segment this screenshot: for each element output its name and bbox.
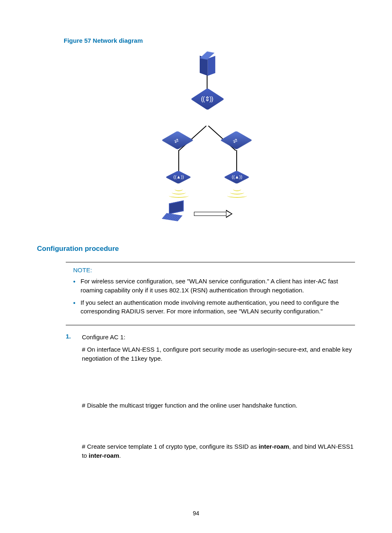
- note-box: NOTE: For wireless service configuration…: [66, 262, 355, 325]
- switch-left-icon: ⇄: [165, 134, 190, 150]
- section-heading: Configuration procedure: [37, 245, 355, 253]
- note-item: If you select an authentication mode inv…: [73, 298, 355, 316]
- step-paragraph: # On interface WLAN-ESS 1, configure por…: [82, 345, 355, 363]
- step-paragraph: # Disable the multicast trigger function…: [82, 401, 355, 410]
- wifi-waves-left-icon: [168, 187, 189, 199]
- laptop-icon: [163, 204, 188, 221]
- step-number: 1.: [66, 333, 80, 340]
- note-item: For wireless service configuration, see …: [73, 277, 355, 295]
- wifi-waves-right-icon: [227, 187, 247, 199]
- step-paragraph: # Create service template 1 of crypto ty…: [82, 442, 355, 460]
- ap-right-icon: ((▲)): [227, 172, 247, 184]
- roam-arrow-icon: [194, 211, 233, 217]
- step-1: 1. Configure AC 1: # On interface WLAN-E…: [66, 333, 355, 463]
- step-title: Configure AC 1:: [82, 333, 355, 342]
- switch-right-icon: ⇄: [224, 134, 249, 150]
- ap-left-icon: ((▲)): [168, 172, 188, 184]
- server-icon: [200, 54, 214, 74]
- network-diagram: ((⇕)) ⇄ ⇄ ((▲)) ((▲)): [49, 51, 367, 222]
- note-label: NOTE:: [73, 266, 355, 273]
- page-number: 94: [0, 510, 392, 517]
- figure-title: Figure 57 Network diagram: [64, 37, 355, 44]
- ac-controller-icon: ((⇕)): [196, 93, 219, 115]
